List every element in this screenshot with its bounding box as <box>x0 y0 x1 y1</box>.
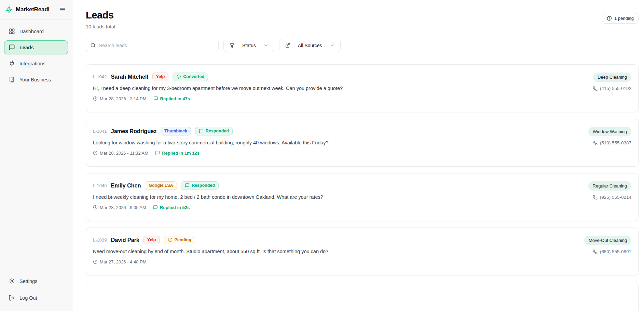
chat-bubble-icon <box>185 183 190 188</box>
sidebar-item-dashboard[interactable]: Dashboard <box>4 24 68 38</box>
sidebar-item-integrations[interactable]: Integrations <box>4 56 68 70</box>
source-badge: Thumbtack <box>161 127 191 135</box>
service-badge: Move-Out Cleaning <box>584 236 631 245</box>
sidebar-nav: Dashboard Leads Integrations Your Busine… <box>0 20 72 269</box>
lead-name: Sarah Mitchell <box>111 74 148 80</box>
service-badge: Regular Cleaning <box>588 181 631 191</box>
leads-chat-icon <box>9 44 15 51</box>
lead-phone: (650) 555-0891 <box>593 249 631 254</box>
lead-id: L-1040 <box>93 183 107 188</box>
source-badge: Yelp <box>143 236 160 244</box>
chevron-down-icon <box>263 43 269 48</box>
leads-count: 10 leads total <box>86 24 115 29</box>
search-icon <box>90 42 96 48</box>
chat-bubble-icon <box>155 151 160 155</box>
sidebar-item-your-business[interactable]: Your Business <box>4 73 68 87</box>
status-badge: Pending <box>164 236 195 244</box>
clock-icon <box>93 259 98 264</box>
lead-timestamp: Mar 28, 2026 - 11:32 AM <box>93 151 148 156</box>
replied-time: Replied in 52s <box>153 205 190 210</box>
replied-time: Replied in 1m 12s <box>155 151 200 156</box>
sidebar-footer: Settings Log Out <box>0 269 72 311</box>
sidebar-item-label: Log Out <box>19 295 37 301</box>
lead-card[interactable]: L-1039 David Park Yelp Pending Need move… <box>86 228 639 275</box>
search-input[interactable] <box>99 43 214 48</box>
lead-card[interactable]: L-1042 Sarah Mitchell Yelp Converted Hi,… <box>86 64 639 112</box>
sidebar-item-settings[interactable]: Settings <box>4 274 68 288</box>
lead-message: I need bi-weekly cleaning for my home. 2… <box>93 194 323 200</box>
page-header: Leads 10 leads total 1 pending <box>86 10 639 29</box>
leads-list: L-1042 Sarah Mitchell Yelp Converted Hi,… <box>86 64 639 311</box>
chat-bubble-icon <box>199 129 204 133</box>
phone-icon <box>593 249 598 254</box>
lead-card[interactable]: L-1041 James Rodriguez Thumbtack Respond… <box>86 119 639 167</box>
lead-message: Hi, I need a deep cleaning for my 3-bedr… <box>93 86 343 91</box>
clock-icon <box>93 96 98 101</box>
clock-icon <box>168 237 173 242</box>
check-circle-icon <box>176 74 181 79</box>
sidebar-item-label: Your Business <box>19 77 51 82</box>
replied-time: Replied in 47s <box>153 96 190 101</box>
status-badge: Converted <box>173 73 208 81</box>
lead-timestamp: Mar 28, 2026 - 9:05 AM <box>93 205 146 210</box>
app-logo: MarketReadi <box>5 6 59 13</box>
menu-icon[interactable] <box>59 6 67 13</box>
lead-name: Emily Chen <box>111 182 141 189</box>
clock-icon <box>93 151 98 155</box>
chevron-down-icon <box>330 43 335 48</box>
sidebar-header: MarketReadi <box>0 0 72 20</box>
page-title: Leads <box>86 10 115 21</box>
sidebar-item-label: Integrations <box>19 61 45 66</box>
chat-bubble-icon <box>153 96 158 101</box>
external-link-icon <box>285 43 290 48</box>
search-box <box>86 39 219 52</box>
lead-message: Looking for window washing for a two-sto… <box>93 140 329 145</box>
sources-filter-button[interactable]: All Sources <box>279 39 341 52</box>
lead-timestamp: Mar 27, 2026 - 4:48 PM <box>93 259 147 264</box>
lead-name: David Park <box>111 237 139 243</box>
sidebar-item-label: Settings <box>19 278 37 284</box>
building-icon <box>9 76 15 83</box>
service-badge: Window Washing <box>588 127 631 136</box>
sidebar: MarketReadi Dashboard Leads Integrations <box>0 0 72 311</box>
sources-filter-label: All Sources <box>298 43 322 48</box>
chat-bubble-icon <box>153 205 158 210</box>
sidebar-item-logout[interactable]: Log Out <box>4 291 68 305</box>
source-badge: Google LSA <box>145 181 177 190</box>
lead-name: James Rodriguez <box>111 128 156 134</box>
lead-message: Need move-out cleaning by end of month. … <box>93 249 328 254</box>
zap-logo-icon <box>5 6 13 13</box>
source-badge: Yelp <box>152 73 169 81</box>
phone-icon <box>593 86 598 91</box>
pending-count-badge[interactable]: 1 pending <box>602 13 639 24</box>
phone-icon <box>593 141 598 145</box>
status-filter-label: Status <box>242 43 256 48</box>
filter-row: Status All Sources <box>86 39 639 52</box>
status-badge: Responded <box>195 127 233 135</box>
status-badge: Responded <box>181 181 219 190</box>
phone-icon <box>593 195 598 200</box>
plug-icon <box>9 60 15 67</box>
gear-icon <box>9 278 15 284</box>
lead-timestamp: Mar 28, 2026 - 2:14 PM <box>93 96 147 101</box>
filter-funnel-icon <box>229 43 235 48</box>
lead-phone: (510) 555-0387 <box>593 140 631 145</box>
lead-card[interactable]: L-1040 Emily Chen Google LSA Responded I… <box>86 173 639 221</box>
lead-phone: (415) 555-0192 <box>593 86 631 91</box>
lead-id: L-1039 <box>93 237 107 243</box>
main-content: Leads 10 leads total 1 pending Status <box>72 0 644 311</box>
dashboard-icon <box>9 28 15 35</box>
lead-phone: (925) 555-0214 <box>593 195 631 200</box>
lead-card[interactable] <box>86 282 639 311</box>
clock-icon <box>93 205 98 210</box>
status-filter-button[interactable]: Status <box>223 39 274 52</box>
alert-circle-icon <box>607 16 612 21</box>
service-badge: Deep Cleaning <box>593 73 631 82</box>
app-title: MarketReadi <box>16 6 50 13</box>
lead-id: L-1042 <box>93 74 107 79</box>
sidebar-item-label: Dashboard <box>19 29 44 34</box>
sidebar-item-label: Leads <box>19 45 34 50</box>
sidebar-item-leads[interactable]: Leads <box>4 40 68 54</box>
logout-icon <box>9 295 15 301</box>
lead-id: L-1041 <box>93 129 107 134</box>
